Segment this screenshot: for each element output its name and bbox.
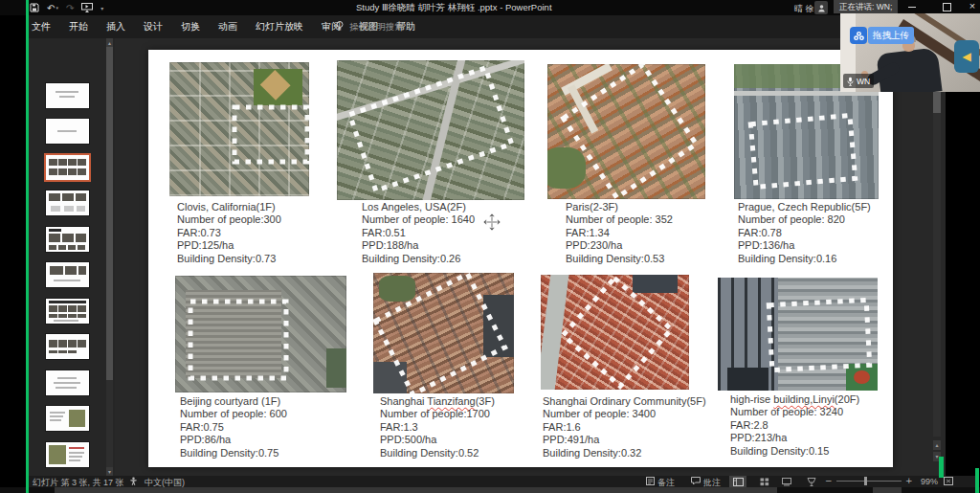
normal-view-button[interactable] — [729, 476, 746, 487]
caption-title: Beijing courtyard (1F) — [180, 395, 287, 408]
caption-ppd: PPD:125/ha — [177, 239, 281, 252]
slide-thumb-preview[interactable] — [46, 83, 89, 108]
close-button[interactable]: × — [965, 0, 980, 13]
slide-thumb-preview[interactable] — [46, 406, 89, 431]
undo-dropdown-caret[interactable]: ▾ — [56, 5, 58, 11]
restore-button[interactable] — [936, 0, 957, 13]
aerial-photo-shanghai-community[interactable] — [541, 275, 689, 390]
image-caption[interactable]: Los Angeles, USA(2F) Number of people: 1… — [362, 201, 475, 265]
tab-animations[interactable]: 动画 — [218, 20, 237, 34]
image-caption[interactable]: high-rise building,Linyi(20F) Number of … — [730, 393, 859, 458]
slide-canvas[interactable]: Clovis, California(1F) Number of people:… — [148, 50, 893, 467]
comments-icon — [691, 477, 701, 487]
slide-thumbnail-9[interactable]: 9 — [28, 370, 115, 399]
tell-me-search[interactable]: 操作说明搜索 — [336, 15, 404, 38]
image-caption[interactable]: Shanghai Ordinary Community(5F) Number o… — [543, 395, 706, 459]
slide-thumb-preview[interactable] — [46, 227, 89, 252]
reading-view-button[interactable] — [778, 476, 795, 487]
undo-button[interactable]: ↶ ▾ — [47, 3, 58, 13]
slide-sorter-view-button[interactable] — [756, 476, 773, 487]
zoom-slider-track[interactable] — [836, 481, 902, 482]
previous-slide-icon[interactable]: ▴ — [933, 440, 941, 450]
tab-insert[interactable]: 插入 — [106, 20, 125, 34]
account-avatar[interactable] — [814, 1, 828, 14]
zoom-slider-thumb[interactable] — [864, 477, 867, 485]
slide-thumb-preview[interactable] — [46, 155, 89, 180]
scrollbar-thumb[interactable] — [933, 92, 941, 113]
restore-icon — [943, 3, 951, 11]
aerial-photo-linyi[interactable] — [718, 278, 878, 391]
slide-thumbnail-4[interactable]: 4 — [28, 190, 115, 219]
slide-thumb-preview[interactable] — [46, 299, 89, 324]
caption-title: Prague, Czech Republic(5F) — [738, 201, 871, 213]
caption-far: FAR:1.3 — [380, 421, 495, 434]
lightbulb-icon — [336, 18, 344, 35]
zoom-out-button[interactable]: − — [825, 476, 833, 485]
editor-scrollbar[interactable]: ▴ ▾ — [933, 42, 941, 468]
city-card-shanghai-community: Shanghai Ordinary Community(5F) Number o… — [541, 275, 713, 462]
share-widget[interactable]: ◀ — [954, 40, 979, 73]
slide-thumb-preview[interactable] — [46, 442, 89, 467]
aerial-photo-tianzifang[interactable] — [373, 273, 514, 393]
image-caption[interactable]: Beijing courtyard (1F) Number of people:… — [180, 395, 287, 459]
start-slideshow-icon[interactable] — [81, 3, 93, 12]
zoom-percentage[interactable]: 99% — [921, 477, 938, 486]
image-caption[interactable]: Shanghai Tianzifang(3F) Number of people… — [380, 395, 495, 459]
caption-title: Paris(2-3F) — [566, 201, 673, 213]
thumb-sketch — [46, 190, 89, 215]
slide-thumbnail-6[interactable]: 6 — [28, 262, 115, 291]
slide-thumb-preview[interactable] — [46, 119, 89, 144]
slide-thumbnail-1[interactable]: 1 — [28, 83, 115, 112]
tab-slideshow[interactable]: 幻灯片放映 — [256, 20, 303, 34]
caption-ppd: PPD:188/ha — [362, 239, 475, 252]
tab-home[interactable]: 开始 — [69, 20, 88, 34]
aerial-photo-los-angeles[interactable] — [337, 60, 524, 200]
aerial-photo-beijing[interactable] — [175, 276, 346, 392]
slide-thumbnail-10[interactable]: 10 — [28, 406, 115, 435]
image-caption[interactable]: Paris(2-3F) Number of people: 352 FAR:1.… — [566, 201, 673, 265]
slide-thumbnail-11[interactable]: 11 — [28, 442, 115, 471]
scrollbar-thumb[interactable] — [106, 47, 113, 380]
slide-thumb-preview[interactable] — [46, 190, 89, 215]
thumb-sketch — [46, 442, 89, 467]
caption-ppd: PPD:230/ha — [566, 239, 673, 252]
slide-thumb-preview[interactable] — [46, 262, 89, 287]
tab-transitions[interactable]: 切换 — [181, 20, 200, 34]
save-icon[interactable] — [30, 3, 39, 12]
drag-upload-tooltip: 拖拽上传 — [868, 27, 914, 44]
slide-thumb-preview[interactable] — [46, 334, 89, 359]
image-caption[interactable]: Clovis, California(1F) Number of people:… — [177, 201, 281, 265]
slideshow-view-button[interactable] — [803, 476, 820, 487]
speaking-indicator: 正在讲话: WN; — [834, 0, 898, 13]
slide-thumb-preview[interactable] — [46, 370, 89, 395]
minimize-button[interactable] — [902, 0, 923, 13]
tab-file[interactable]: 文件 — [32, 20, 51, 34]
caption-people: Number of people: 3240 — [730, 406, 859, 418]
zoom-in-button[interactable]: + — [905, 476, 913, 485]
fit-slide-to-window-button[interactable] — [944, 477, 953, 487]
quick-access-toolbar: ↶ ▾ ↷ ▾ — [30, 1, 103, 14]
accessibility-icon[interactable] — [129, 477, 138, 487]
sidebar-scrollbar[interactable]: ▴ ▾ — [106, 38, 113, 476]
slide-thumbnail-2[interactable]: 2 — [28, 119, 115, 147]
slide-thumbnail-8[interactable]: 8 — [28, 334, 115, 363]
slide-thumbnail-5[interactable]: 5 — [28, 227, 115, 256]
reading-view-icon — [782, 478, 791, 486]
slide-thumbnail-3-selected[interactable]: 3 — [28, 155, 115, 184]
slide-thumbnail-7[interactable]: 7 — [28, 299, 115, 327]
close-icon: × — [969, 0, 975, 11]
person-icon — [817, 4, 826, 12]
dashed-boundary-overlay — [541, 275, 689, 390]
image-caption[interactable]: Prague, Czech Republic(5F) Number of peo… — [738, 201, 871, 265]
thumb-sketch — [46, 334, 89, 359]
account-name[interactable]: 晴 徐 — [794, 3, 814, 15]
scroll-down-icon[interactable]: ▾ — [106, 467, 113, 476]
netdisk-icon[interactable] — [850, 27, 867, 44]
taskbar-segment — [55, 487, 777, 493]
qat-customize-caret[interactable]: ▾ — [100, 5, 103, 11]
tab-design[interactable]: 设计 — [144, 20, 163, 34]
aerial-photo-paris[interactable] — [547, 64, 705, 199]
aerial-photo-clovis[interactable] — [169, 62, 309, 196]
webcam-overlay[interactable]: 拖拽上传 ◀ WN — [840, 13, 980, 92]
scroll-up-icon[interactable]: ▴ — [106, 38, 113, 47]
